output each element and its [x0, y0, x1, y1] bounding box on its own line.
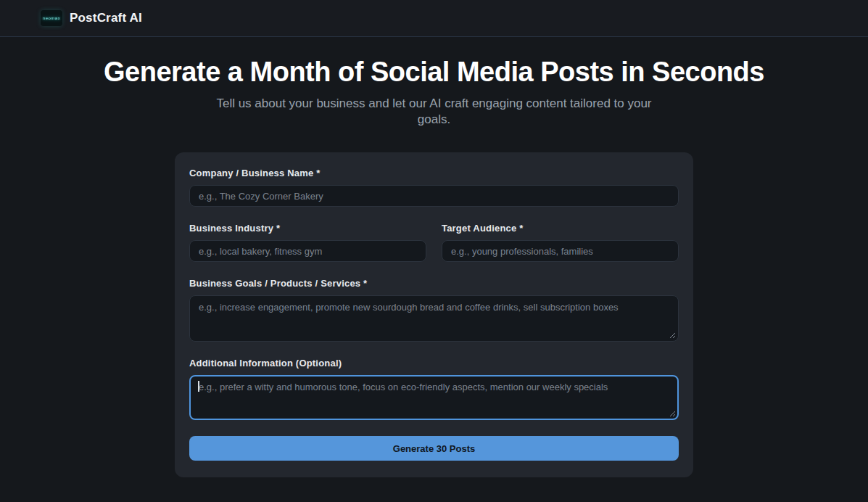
brand-name: PostCraft AI	[70, 11, 142, 25]
target-audience-label-text: Target Audience	[442, 223, 516, 234]
company-name-input[interactable]	[189, 185, 679, 207]
navbar: neomax PostCraft AI	[0, 0, 868, 37]
business-industry-input[interactable]	[189, 240, 426, 262]
field-additional: Additional Information (Optional)	[189, 358, 679, 420]
target-audience-input[interactable]	[442, 240, 679, 262]
required-asterisk: *	[519, 223, 523, 234]
target-audience-label: Target Audience *	[442, 223, 679, 234]
required-asterisk: *	[363, 278, 367, 289]
field-goals: Business Goals / Products / Services *	[189, 278, 679, 342]
required-asterisk: *	[276, 223, 280, 234]
company-name-label-text: Company / Business Name	[189, 168, 314, 178]
additional-info-textarea[interactable]	[189, 375, 679, 420]
page-title: Generate a Month of Social Media Posts i…	[0, 56, 868, 88]
business-goals-label-text: Business Goals / Products / Services	[189, 278, 360, 289]
brand-logo-icon: neomax	[41, 10, 62, 26]
business-industry-label-text: Business Industry	[189, 223, 273, 234]
industry-audience-row: Business Industry * Target Audience *	[189, 223, 679, 278]
form-card: Company / Business Name * Business Indus…	[175, 152, 693, 477]
required-asterisk: *	[316, 168, 320, 178]
brand-logo-wordmark: neomax	[43, 16, 60, 20]
text-caret	[198, 381, 199, 392]
page-subtitle: Tell us about your business and let our …	[207, 96, 661, 128]
company-name-label: Company / Business Name *	[189, 168, 679, 178]
field-company: Company / Business Name *	[189, 168, 679, 207]
field-industry: Business Industry *	[189, 223, 426, 262]
additional-info-label: Additional Information (Optional)	[189, 358, 679, 369]
field-audience: Target Audience *	[442, 223, 679, 262]
business-industry-label: Business Industry *	[189, 223, 426, 234]
generate-posts-button[interactable]: Generate 30 Posts	[189, 436, 679, 461]
business-goals-label: Business Goals / Products / Services *	[189, 278, 679, 289]
hero-section: Generate a Month of Social Media Posts i…	[0, 56, 868, 128]
business-goals-textarea[interactable]	[189, 295, 679, 342]
